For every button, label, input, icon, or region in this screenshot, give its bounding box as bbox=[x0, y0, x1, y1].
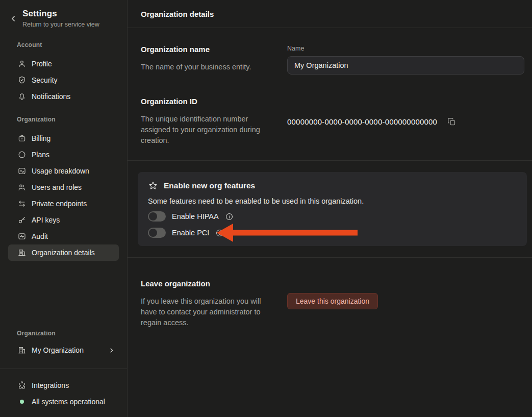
section-description: The name of your business entity. bbox=[141, 62, 274, 72]
org-switcher-block: Organization My Organization bbox=[0, 330, 127, 369]
system-status[interactable]: All systems operational bbox=[8, 394, 119, 410]
status-text: All systems operational bbox=[32, 398, 105, 406]
features-card-section: Enable new org features Some features ne… bbox=[128, 161, 532, 257]
back-button[interactable] bbox=[8, 13, 18, 23]
section-action: Leave this organization bbox=[287, 279, 524, 328]
sidebar-item-plans[interactable]: Plans bbox=[8, 146, 119, 163]
copy-icon bbox=[447, 117, 456, 126]
card-description: Some features need to be enabled to be u… bbox=[148, 197, 517, 205]
leave-organization-button[interactable]: Leave this organization bbox=[287, 293, 378, 309]
integrations-link[interactable]: Integrations bbox=[8, 377, 119, 394]
sidebar-item-label: Organization details bbox=[32, 249, 95, 257]
sidebar-item-notifications[interactable]: Notifications bbox=[8, 88, 119, 105]
sidebar-header: Settings Return to your service view bbox=[0, 0, 127, 28]
leave-organization-section: Leave organization If you leave this org… bbox=[128, 258, 532, 328]
organization-nav-list: Billing Plans Usage breakdown Users and … bbox=[0, 130, 127, 261]
card-title-row: Enable new org features bbox=[148, 180, 517, 191]
sidebar-footer: Integrations All systems operational bbox=[0, 369, 127, 417]
section-info: Leave organization If you leave this org… bbox=[141, 279, 287, 328]
sidebar-item-label: Users and roles bbox=[32, 183, 82, 191]
building-icon bbox=[17, 248, 27, 257]
organization-id-value: 00000000-0000-0000-0000-000000000000 bbox=[287, 117, 437, 126]
sidebar-item-profile[interactable]: Profile bbox=[8, 56, 119, 72]
sidebar-item-usage-breakdown[interactable]: Usage breakdown bbox=[8, 163, 119, 179]
organization-id-row: 00000000-0000-0000-0000-000000000000 bbox=[287, 97, 524, 126]
key-icon bbox=[17, 215, 27, 225]
enable-pci-toggle[interactable] bbox=[148, 228, 166, 238]
card-title: Enable new org features bbox=[164, 181, 255, 190]
sidebar-item-label: Private endpoints bbox=[32, 200, 87, 208]
pci-toggle-row: Enable PCI bbox=[148, 228, 517, 238]
building-icon bbox=[17, 346, 27, 355]
organization-section-label: Organization bbox=[17, 116, 119, 123]
pulse-box-icon bbox=[17, 232, 27, 241]
sidebar-item-label: Usage breakdown bbox=[32, 167, 89, 175]
bell-icon bbox=[17, 92, 27, 101]
user-icon bbox=[17, 59, 27, 68]
star-icon bbox=[148, 181, 158, 191]
organization-id-section: Organization ID The unique identificatio… bbox=[128, 75, 532, 146]
page-title: Organization details bbox=[141, 10, 214, 18]
status-dot bbox=[20, 400, 24, 404]
info-icon[interactable] bbox=[215, 229, 224, 237]
section-title: Leave organization bbox=[141, 279, 287, 288]
enable-features-card: Enable new org features Some features ne… bbox=[138, 172, 527, 246]
section-info: Organization ID The unique identificatio… bbox=[141, 97, 287, 146]
org-switcher-value: My Organization bbox=[32, 346, 84, 354]
toggle-knob bbox=[149, 212, 157, 220]
sidebar-item-users-and-roles[interactable]: Users and roles bbox=[8, 179, 119, 195]
sidebar-item-label: Billing bbox=[32, 134, 50, 142]
main-content: Organization details Organization name T… bbox=[128, 0, 532, 417]
swap-arrows-icon bbox=[17, 199, 27, 208]
section-description: If you leave this organization you will … bbox=[141, 296, 274, 328]
chevron-left-icon bbox=[10, 15, 17, 22]
organization-name-section: Organization name The name of your busin… bbox=[128, 28, 532, 75]
sidebar-item-label: Profile bbox=[32, 60, 52, 68]
info-icon[interactable] bbox=[225, 212, 234, 221]
section-value: 00000000-0000-0000-0000-000000000000 bbox=[287, 97, 524, 146]
toggle-label: Enable HIPAA bbox=[172, 212, 219, 220]
sidebar-item-billing[interactable]: Billing bbox=[8, 130, 119, 146]
app-window: Settings Return to your service view Acc… bbox=[0, 0, 532, 417]
section-title: Organization ID bbox=[141, 97, 287, 106]
section-info: Organization name The name of your busin… bbox=[141, 45, 287, 75]
sidebar-bottom: Organization My Organization Integration… bbox=[0, 330, 127, 417]
shield-check-icon bbox=[17, 76, 27, 85]
sidebar-item-audit[interactable]: Audit bbox=[8, 228, 119, 244]
sidebar-item-security[interactable]: Security bbox=[8, 72, 119, 88]
section-title: Organization name bbox=[141, 45, 287, 54]
sidebar-item-label: API keys bbox=[32, 216, 60, 224]
toggle-label: Enable PCI bbox=[172, 229, 209, 237]
org-switcher[interactable]: My Organization bbox=[8, 342, 119, 358]
section-form: Name bbox=[287, 45, 524, 75]
copy-button[interactable] bbox=[447, 117, 456, 126]
organization-name-input[interactable] bbox=[287, 56, 524, 75]
users-icon bbox=[17, 183, 27, 192]
org-switcher-label: Organization bbox=[17, 330, 119, 337]
sidebar-item-label: Plans bbox=[32, 151, 49, 159]
enable-hipaa-toggle[interactable] bbox=[148, 211, 166, 222]
sidebar-item-label: Security bbox=[32, 76, 58, 84]
chevron-right-icon bbox=[108, 347, 115, 354]
sidebar-item-private-endpoints[interactable]: Private endpoints bbox=[8, 195, 119, 212]
settings-sidebar: Settings Return to your service view Acc… bbox=[0, 0, 128, 417]
hipaa-toggle-row: Enable HIPAA bbox=[148, 211, 517, 222]
wallet-icon bbox=[17, 134, 27, 143]
sidebar-subtitle: Return to your service view bbox=[22, 21, 119, 28]
sidebar-item-label: Notifications bbox=[32, 92, 70, 101]
sidebar-item-label: Audit bbox=[32, 232, 48, 240]
sidebar-item-organization-details[interactable]: Organization details bbox=[8, 244, 119, 261]
name-field-label: Name bbox=[287, 45, 524, 52]
page-header: Organization details bbox=[128, 0, 532, 28]
sidebar-title: Settings bbox=[22, 9, 119, 19]
account-section-label: Account bbox=[17, 41, 119, 48]
integrations-label: Integrations bbox=[32, 381, 69, 389]
account-nav-list: Profile Security Notifications bbox=[0, 56, 127, 105]
puzzle-icon bbox=[17, 381, 27, 390]
sidebar-item-api-keys[interactable]: API keys bbox=[8, 212, 119, 228]
chart-wave-icon bbox=[17, 166, 27, 176]
section-description: The unique identification number assigne… bbox=[141, 114, 274, 146]
circle-icon bbox=[17, 150, 27, 159]
toggle-knob bbox=[149, 229, 157, 237]
